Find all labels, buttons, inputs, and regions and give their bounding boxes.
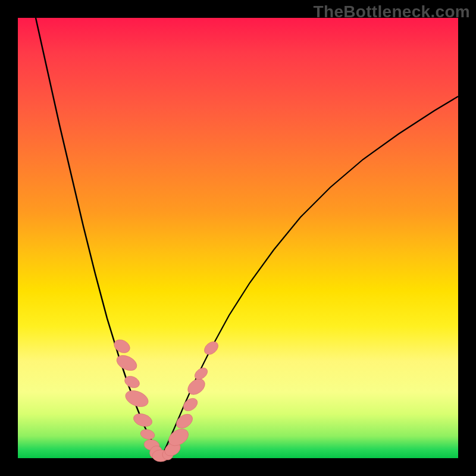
bead-marker	[181, 396, 200, 414]
bead-marker	[174, 411, 195, 431]
curve-svg	[18, 18, 458, 458]
left-curve	[36, 18, 161, 457]
bead-marker	[132, 412, 154, 429]
watermark-text: TheBottleneck.com	[314, 2, 470, 21]
bead-marker	[139, 428, 155, 440]
plot-area	[18, 18, 458, 458]
bead-marker	[202, 339, 220, 358]
bead-marker	[112, 337, 132, 356]
bead-group	[112, 337, 221, 462]
chart-frame: TheBottleneck.com	[0, 0, 476, 476]
right-curve	[161, 96, 458, 457]
